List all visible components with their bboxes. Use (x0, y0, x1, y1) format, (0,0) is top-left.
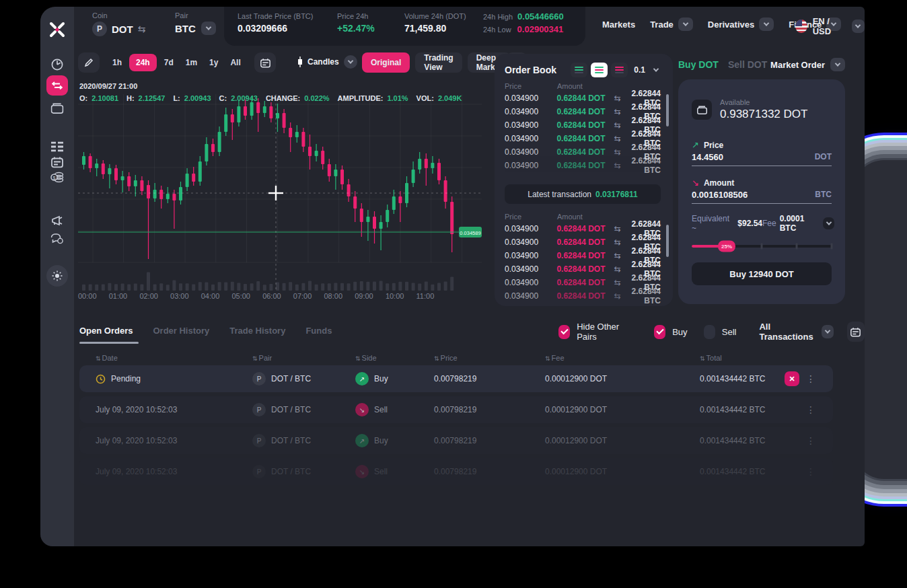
date-range-button[interactable] (254, 52, 276, 73)
submit-buy-button[interactable]: Buy 12940 DOT (692, 262, 832, 285)
draw-tool-button[interactable] (78, 52, 100, 73)
chart-type-dropdown[interactable] (344, 55, 357, 69)
row-menu-button[interactable]: ⋮ (806, 373, 815, 384)
buy-filter-label: Buy (672, 327, 687, 337)
slider-tick-75[interactable] (796, 244, 798, 250)
cancel-order-button[interactable]: ✕ (785, 371, 799, 386)
swap-pair-icon[interactable]: ⇆ (138, 24, 146, 34)
timeframe-All[interactable]: All (225, 58, 245, 67)
tab-buy-dot[interactable]: Buy DOT (678, 59, 719, 70)
ob-row-amount-dot: 0.62844 DOT (556, 161, 614, 170)
nav-item-derivatives[interactable]: Derivatives (708, 17, 774, 31)
theme-toggle-button[interactable] (46, 265, 68, 287)
convert-arrows-icon: ⇆ (614, 134, 632, 143)
coin-label: Coin (92, 11, 108, 20)
candlestick-chart[interactable]: 0.034589 (78, 94, 482, 293)
locale-selector[interactable]: EN / USD (795, 16, 865, 36)
top-bar: Coin P DOT ⇆ Pair BTC Last Trade Price (… (74, 7, 865, 46)
order-book-view-asks-button[interactable] (571, 63, 587, 77)
tab-funds[interactable]: Funds (305, 326, 332, 336)
table-row[interactable]: July 09, 2020 10:52:03PDOT / BTC↘Sell0.0… (79, 458, 833, 485)
history-calendar-icon[interactable] (51, 157, 63, 168)
time-tick: 05:00 (231, 292, 262, 300)
cell-side: ↘Sell (355, 465, 434, 478)
timeframe-24h[interactable]: 24h (129, 54, 157, 71)
tab-open-orders[interactable]: Open Orders (79, 326, 133, 336)
tab-trade-history[interactable]: Trade History (229, 326, 285, 336)
brand-logo[interactable] (48, 20, 67, 39)
order-book-scrollbar2[interactable] (666, 225, 669, 257)
precision-dropdown[interactable] (649, 63, 663, 77)
order-type-value[interactable]: Market Order (770, 60, 825, 70)
row-menu-button[interactable]: ⋮ (806, 466, 815, 477)
timeframe-7d[interactable]: 7d (159, 58, 178, 67)
view-original[interactable]: Original (362, 52, 410, 73)
col-header-side[interactable]: ⇅Side (355, 354, 434, 362)
date-text: Pending (111, 374, 141, 383)
amount-input[interactable]: 0.0016108506 (692, 190, 748, 200)
ohlc-date: 2020/09/27 21:00 (79, 82, 137, 90)
col-header-total[interactable]: ⇅Total (700, 354, 833, 362)
available-label: Available (720, 98, 807, 106)
chevron-down-icon (206, 24, 211, 30)
order-type-dropdown[interactable] (830, 58, 845, 71)
price-field-label: Price (704, 141, 723, 150)
slider-tick-100[interactable] (831, 244, 833, 250)
cell-date: July 09, 2020 10:52:03 (79, 436, 252, 445)
time-tick: 11:00 (416, 292, 447, 300)
col-header-pair[interactable]: ⇅Pair (252, 354, 355, 362)
row-menu-button[interactable]: ⋮ (806, 404, 815, 415)
convert-arrows-icon: ⇆ (614, 264, 632, 274)
order-book-scrollbar[interactable] (666, 94, 669, 126)
order-book-view-both-button[interactable] (591, 63, 608, 77)
price-input[interactable]: 14.4560 (692, 152, 723, 162)
date-filter-button[interactable] (847, 322, 865, 342)
funds-coins-icon[interactable]: $ (50, 172, 65, 183)
market-overview-icon[interactable] (51, 59, 64, 71)
col-header-fee[interactable]: ⇅Fee (545, 354, 700, 362)
ask-row[interactable]: 0.0349000.62844 DOT⇆2.62844 BTC (505, 159, 661, 172)
timeframe-1m[interactable]: 1m (181, 58, 202, 67)
nav-dropdown-button[interactable] (678, 17, 693, 31)
tab-order-history[interactable]: Order History (153, 326, 209, 336)
sidebar-item-exchange[interactable] (46, 75, 68, 96)
pair-selector[interactable]: P DOT ⇆ (92, 22, 145, 36)
low-value: 0.02900341 (517, 24, 564, 34)
bid-row[interactable]: 0.0349000.62844 DOT⇆2.62844 BTC (505, 289, 661, 303)
hide-other-pairs-checkbox[interactable] (558, 325, 570, 339)
buy-filter-checkbox[interactable] (654, 325, 665, 339)
chart-type-selector[interactable]: Candles (297, 55, 357, 69)
timeframe-1y[interactable]: 1y (205, 58, 223, 67)
all-transactions-dropdown[interactable] (822, 325, 834, 338)
table-row[interactable]: PendingPDOT / BTC↗Buy0.007982190.0001290… (79, 365, 833, 392)
slider-handle[interactable]: 25% (718, 241, 735, 252)
pair-dropdown-button[interactable] (201, 22, 216, 35)
nav-dropdown-button[interactable] (759, 17, 774, 31)
order-book-view-bids-button[interactable] (611, 63, 628, 77)
sell-filter-checkbox[interactable] (704, 325, 715, 339)
cell-side: ↗Buy (355, 372, 434, 385)
view-trading-view[interactable]: Trading View (415, 52, 462, 73)
nav-item-markets[interactable]: Markets (602, 20, 635, 30)
locale-dropdown-button[interactable] (852, 20, 865, 33)
col-header-price[interactable]: ⇅Price (434, 354, 545, 362)
ob-row-price: 0.034900 (505, 237, 556, 247)
orders-list-icon[interactable] (51, 142, 63, 152)
table-row[interactable]: July 09, 2020 10:52:03PDOT / BTC↘Sell0.0… (79, 396, 833, 423)
amount-slider[interactable]: 25% (678, 238, 845, 252)
table-row[interactable]: July 09, 2020 10:52:03PDOT / BTC↗Buy0.00… (79, 427, 833, 454)
nav-item-trade[interactable]: Trade (650, 17, 693, 31)
all-transactions-value[interactable]: All Transactions (759, 322, 814, 342)
tab-sell-dot[interactable]: Sell DOT (728, 59, 767, 70)
slider-track[interactable]: 25% (692, 245, 832, 248)
col-header-date[interactable]: ⇅Date (79, 354, 252, 362)
announcements-megaphone-icon[interactable] (51, 215, 63, 226)
timeframe-1h[interactable]: 1h (108, 58, 126, 67)
slider-tick-50[interactable] (761, 244, 763, 250)
row-menu-button[interactable]: ⋮ (806, 435, 815, 446)
support-chat-icon[interactable] (51, 233, 64, 244)
high-label: 24h High (483, 13, 513, 21)
ob-row-amount-dot: 0.62844 DOT (556, 278, 614, 287)
wallet-icon[interactable] (51, 103, 64, 114)
fee-dropdown[interactable] (823, 217, 834, 229)
